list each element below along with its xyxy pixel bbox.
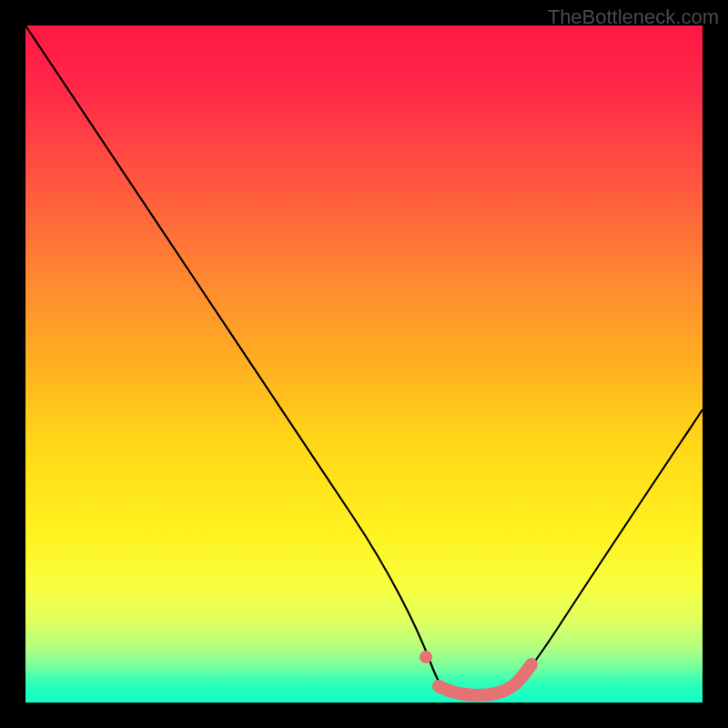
watermark-text: TheBottleneck.com xyxy=(548,5,719,29)
highlight-dot xyxy=(420,651,432,663)
highlight-optimal-zone xyxy=(439,664,531,695)
bottleneck-curve-line xyxy=(25,25,703,695)
chart-svg xyxy=(25,25,703,703)
chart-area xyxy=(25,25,703,703)
